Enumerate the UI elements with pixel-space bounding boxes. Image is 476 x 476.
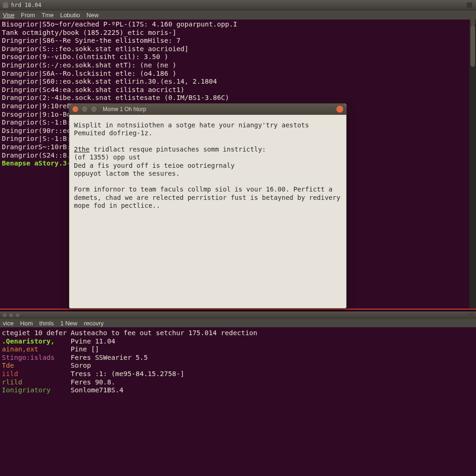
- dialog-paragraph: Form infornor to team faculs collmp siol…: [74, 185, 342, 210]
- window-btn-icon[interactable]: [3, 313, 7, 317]
- menu-item[interactable]: Lobutio: [60, 12, 80, 19]
- info-value: Pvine 11.04: [71, 337, 115, 346]
- terminal-line: Drangrior(2:-4ibe.sock.snat etlistesate …: [2, 94, 468, 102]
- dialog-window[interactable]: Mome 1 Oh htorp Wisplit in notnsiiothen …: [69, 103, 347, 309]
- dialog-paragraph: Wisplit in notnsiiothen a sotge hate you…: [74, 121, 342, 138]
- info-row: IonigriatorySonlome71BS.4: [2, 386, 474, 395]
- terminal-line: Bisogrior|S5o~for/eached P-ºPL-(17S: 4.1…: [2, 20, 468, 29]
- dialog-body: Wisplit in notnsiiothen a sotge hate you…: [69, 115, 346, 217]
- close-icon[interactable]: [469, 313, 473, 317]
- info-key: iild: [2, 370, 71, 378]
- info-value: Feres 90.8.: [71, 378, 115, 387]
- terminal-line: Dringrior(Sc44:ea.sokk.shat cilista aocr…: [2, 86, 468, 94]
- info-row: ctegiet 10 deferAusteacho to fee out set…: [2, 329, 474, 337]
- menu-item[interactable]: From: [21, 12, 35, 19]
- info-row: ainan,extPine []: [2, 345, 474, 354]
- dialog-close-icon[interactable]: [72, 106, 79, 112]
- dialog-paragraph: 2the tridlact resque pintusaches somm in…: [74, 145, 342, 178]
- top-menubar: Vise From Tme Lobutio New: [0, 10, 476, 20]
- terminal-line: Dringrior|S86--Re Syine-the ellistomHils…: [2, 37, 468, 45]
- info-value: Austeacho to fee out setchur 175.014 red…: [71, 329, 258, 337]
- close-icon[interactable]: [467, 2, 472, 8]
- top-scrollbar[interactable]: [469, 20, 476, 309]
- info-row: Stingo:isladsFeres SSWearier 5.5: [2, 354, 474, 362]
- dialog-title: Mome 1 Oh htorp: [103, 106, 146, 112]
- menu-item[interactable]: thmls: [40, 320, 54, 327]
- top-window-title: hrd 18.04: [11, 2, 41, 8]
- menu-item[interactable]: Tme: [41, 12, 53, 19]
- info-value: Tress :1: (me95-84.15.2758-]: [71, 370, 184, 378]
- bottom-terminal-pane: vice Hom thmls 1 New recovry ctegiet 10 …: [0, 311, 476, 476]
- info-row: iildTress :1: (me95-84.15.2758-]: [2, 370, 474, 378]
- menu-item[interactable]: New: [86, 12, 99, 19]
- info-row: .Qenaristory,Pvine 11.04: [2, 337, 474, 346]
- info-row: TdeSorop: [2, 362, 474, 370]
- menu-item[interactable]: 1 New: [60, 320, 78, 327]
- info-key: rlild: [2, 378, 71, 387]
- window-icon: [3, 2, 8, 8]
- info-value: Feres SSWearier 5.5: [71, 354, 148, 362]
- terminal-line: Drangrior|S6A--Ro.lsckisint etle: (o4.18…: [2, 70, 468, 78]
- info-key: ctegiet 10 defer: [2, 329, 71, 337]
- menu-item[interactable]: Vise: [3, 12, 14, 19]
- menu-item[interactable]: Hom: [20, 320, 33, 327]
- window-btn-icon[interactable]: [16, 313, 20, 317]
- terminal-line: Tank octmighty/book (185.2225)_etic mori…: [2, 29, 468, 37]
- window-btn-icon[interactable]: [9, 313, 13, 317]
- top-titlebar[interactable]: hrd 18.04: [0, 0, 476, 10]
- info-key: .Qenaristory,: [2, 337, 71, 346]
- info-key: ainan,ext: [2, 345, 71, 354]
- bottom-terminal-body[interactable]: ctegiet 10 deferAusteacho to fee out set…: [0, 327, 476, 476]
- terminal-line: Drangrior(S:::feo.sokk.stat etliste aocr…: [2, 45, 468, 53]
- bottom-menubar: vice Hom thmls 1 New recovry: [0, 319, 476, 327]
- info-key: Stingo:islads: [2, 354, 71, 362]
- menu-item[interactable]: vice: [3, 320, 13, 327]
- terminal-line: Drsogrior(9--viDo.(olntisiht cil): 3.50 …: [2, 53, 468, 61]
- dialog-help-icon[interactable]: [336, 106, 344, 113]
- info-value: Pine []: [71, 345, 99, 354]
- info-row: rlildFeres 90.8.: [2, 378, 474, 387]
- menu-item[interactable]: recovry: [84, 320, 104, 327]
- info-value: Sonlome71BS.4: [71, 386, 124, 395]
- info-value: Sorop: [71, 362, 91, 370]
- dialog-maximize-icon[interactable]: [91, 106, 97, 112]
- dialog-titlebar[interactable]: Mome 1 Oh htorp: [69, 104, 346, 115]
- bottom-titlebar[interactable]: [0, 311, 476, 319]
- info-key: Tde: [2, 362, 71, 370]
- terminal-line: Drangrior|S60::eo.sokk.stat etlirin.30.(…: [2, 78, 468, 86]
- info-key: Ionigriatory: [2, 386, 71, 395]
- terminal-line: Dringrior(S:-/:eo.sokk.shat etT): (ne (n…: [2, 61, 468, 70]
- scroll-thumb[interactable]: [470, 25, 475, 67]
- dialog-minimize-icon[interactable]: [81, 106, 88, 112]
- scroll-up-icon[interactable]: [470, 20, 475, 25]
